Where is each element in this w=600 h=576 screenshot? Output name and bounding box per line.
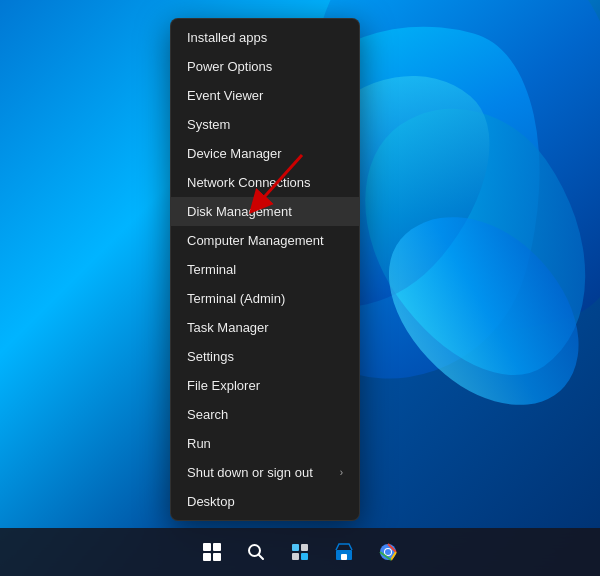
submenu-chevron-icon: › <box>340 467 343 478</box>
svg-rect-9 <box>341 554 347 560</box>
store-icon <box>334 542 354 562</box>
menu-item-system[interactable]: System <box>171 110 359 139</box>
menu-item-task-manager[interactable]: Task Manager <box>171 313 359 342</box>
menu-item-computer-management[interactable]: Computer Management <box>171 226 359 255</box>
svg-line-3 <box>259 555 264 560</box>
menu-item-terminal[interactable]: Terminal <box>171 255 359 284</box>
menu-item-search[interactable]: Search <box>171 400 359 429</box>
menu-item-settings[interactable]: Settings <box>171 342 359 371</box>
menu-item-event-viewer[interactable]: Event Viewer <box>171 81 359 110</box>
menu-item-file-explorer[interactable]: File Explorer <box>171 371 359 400</box>
widgets-icon <box>290 542 310 562</box>
widgets-button[interactable] <box>280 532 320 572</box>
svg-point-12 <box>385 549 391 555</box>
svg-rect-7 <box>301 553 308 560</box>
taskbar <box>0 528 600 576</box>
svg-rect-5 <box>301 544 308 551</box>
taskbar-search-button[interactable] <box>236 532 276 572</box>
start-button[interactable] <box>192 532 232 572</box>
search-icon <box>246 542 266 562</box>
menu-item-desktop[interactable]: Desktop <box>171 487 359 516</box>
menu-item-device-manager[interactable]: Device Manager <box>171 139 359 168</box>
menu-item-network-connections[interactable]: Network Connections <box>171 168 359 197</box>
menu-item-disk-management[interactable]: Disk Management <box>171 197 359 226</box>
menu-item-shutdown[interactable]: Shut down or sign out› <box>171 458 359 487</box>
chrome-button[interactable] <box>368 532 408 572</box>
menu-item-power-options[interactable]: Power Options <box>171 52 359 81</box>
context-menu: Installed appsPower OptionsEvent ViewerS… <box>170 18 360 521</box>
windows-logo-icon <box>203 543 221 561</box>
svg-rect-4 <box>292 544 299 551</box>
svg-rect-6 <box>292 553 299 560</box>
menu-item-run[interactable]: Run <box>171 429 359 458</box>
menu-item-installed-apps[interactable]: Installed apps <box>171 23 359 52</box>
chrome-icon <box>378 542 398 562</box>
menu-item-terminal-admin[interactable]: Terminal (Admin) <box>171 284 359 313</box>
store-button[interactable] <box>324 532 364 572</box>
